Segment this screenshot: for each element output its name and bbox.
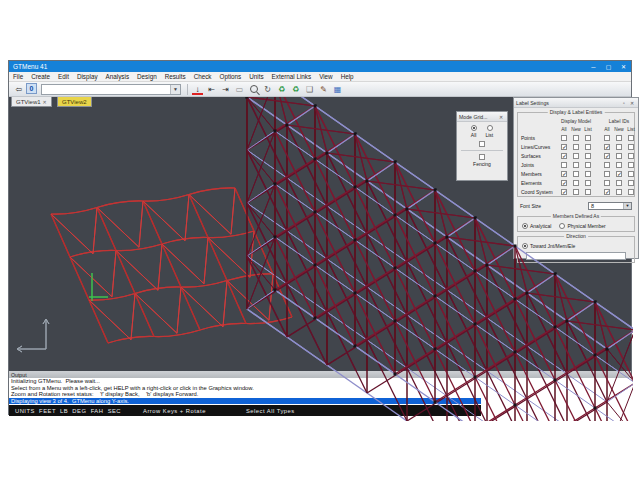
checkbox[interactable] [561,135,567,141]
mode-panel-titlebar[interactable]: Mode Grid... ✕ [457,112,507,122]
checkbox[interactable] [573,153,579,159]
checkbox[interactable] [616,153,622,159]
checkbox[interactable] [628,144,634,150]
checkbox[interactable] [628,162,634,168]
checkbox[interactable] [628,189,634,195]
tab-gtview2[interactable]: GTView2 [57,97,92,107]
checkbox[interactable] [561,162,567,168]
menu-item-design[interactable]: Design [133,73,161,80]
checkbox[interactable]: ✓ [616,171,622,177]
menu-item-external-links[interactable]: External Links [268,73,316,80]
tab-gtview1[interactable]: GTView1 ✕ [11,97,52,107]
menu-item-view[interactable]: View [315,73,337,80]
minimize-button[interactable]: ─ [586,61,601,72]
checkbox[interactable] [616,135,622,141]
menu-item-help[interactable]: Help [337,73,358,80]
analytical-member-radio[interactable] [522,223,528,229]
checkbox[interactable] [628,180,634,186]
fit-right-icon[interactable]: ⇥ [219,83,232,96]
checkbox[interactable] [573,189,579,195]
rotate-icon[interactable]: ↻ [261,83,274,96]
checkbox[interactable] [628,171,634,177]
mode-radio-all[interactable] [471,125,477,131]
checkbox[interactable] [573,180,579,186]
checkbox[interactable] [585,153,591,159]
toward-jnt-radio[interactable] [522,243,528,249]
checkbox[interactable] [628,153,634,159]
checkbox[interactable] [604,162,610,168]
view-combobox[interactable]: ▼ [41,84,181,95]
tab-close-icon[interactable]: ✕ [43,99,47,105]
checkbox[interactable] [573,144,579,150]
folder-icon[interactable]: ▭ [233,83,246,96]
checkbox[interactable]: ✓ [561,180,567,186]
window-icon[interactable]: ❏ [303,83,316,96]
checkbox[interactable]: ✓ [561,144,567,150]
mode-checkbox-1[interactable] [479,141,485,147]
checkbox[interactable] [616,162,622,168]
checkbox[interactable] [604,171,610,177]
grid-icon[interactable]: ▦ [331,83,344,96]
checkbox[interactable] [604,135,610,141]
menu-item-display[interactable]: Display [73,73,102,80]
checkbox[interactable] [585,162,591,168]
entity-label: Points [521,135,558,141]
checkbox[interactable]: ✓ [604,189,610,195]
checkbox[interactable] [616,144,622,150]
checkbox[interactable]: ✓ [561,153,567,159]
fencing-checkbox[interactable] [479,154,485,160]
output-line: Initializing GTMenu. Please wait... [11,378,631,385]
mode-radio-list[interactable] [487,125,493,131]
direction-input[interactable] [526,252,626,260]
menu-item-create[interactable]: Create [27,73,54,80]
close-button[interactable]: ✕ [616,61,631,72]
rotate-hint: Arrow Keys + Rotate [143,408,206,414]
physical-member-radio[interactable] [559,223,565,229]
checkbox[interactable] [573,162,579,168]
menu-item-edit[interactable]: Edit [54,73,73,80]
checkbox[interactable]: ✓ [561,171,567,177]
pin-icon[interactable]: ▫ [620,100,628,106]
font-size-select[interactable]: 8 ▼ [588,202,632,210]
zoom-icon[interactable] [247,83,260,96]
checkbox[interactable]: ✓ [604,144,610,150]
recycle-icon[interactable]: ♻ [275,83,288,96]
close-icon[interactable]: ✕ [497,114,505,120]
checkbox[interactable]: ✓ [604,153,610,159]
checkbox[interactable] [585,144,591,150]
checkbox[interactable] [628,135,634,141]
menu-item-file[interactable]: File [9,73,27,80]
checkbox[interactable] [573,135,579,141]
pencil-icon[interactable]: ✎ [317,83,330,96]
checkbox[interactable] [616,189,622,195]
entity-row: Elements✓ [518,178,634,187]
menu-item-results[interactable]: Results [161,73,190,80]
checkbox[interactable] [585,180,591,186]
checkbox[interactable] [573,171,579,177]
checkbox[interactable] [585,135,591,141]
toolbar-separator [187,84,188,95]
graphics-viewport[interactable]: GTView1 ✕ GTView2 Mode Grid... ✕ All Lis… [9,97,631,371]
checkbox[interactable] [585,171,591,177]
close-icon[interactable]: ✕ [628,100,636,106]
font-size-value: 8 [591,203,594,209]
checkbox[interactable] [604,180,610,186]
download-icon[interactable]: ↓ [191,83,204,96]
checkbox[interactable] [585,189,591,195]
zero-badge-icon[interactable]: 0 [26,83,37,94]
menu-item-units[interactable]: Units [245,73,267,80]
entity-row: Points [518,133,634,142]
recycle2-icon[interactable]: ♻ [289,83,302,96]
menu-item-options[interactable]: Options [216,73,246,80]
maximize-button[interactable]: ▢ [601,61,616,72]
back-arrow-icon[interactable]: ⇦ [12,83,25,96]
display-model-header: Display Model [558,119,594,124]
menu-item-analysis[interactable]: Analysis [102,73,133,80]
menu-item-check[interactable]: Check [190,73,216,80]
label-settings-titlebar[interactable]: Label Settings ▫ ✕ [514,98,638,108]
subcol-new: New [570,127,582,132]
fit-left-icon[interactable]: ⇤ [205,83,218,96]
checkbox[interactable] [616,180,622,186]
entity-label: Coord System [521,189,558,195]
checkbox[interactable]: ✓ [561,189,567,195]
